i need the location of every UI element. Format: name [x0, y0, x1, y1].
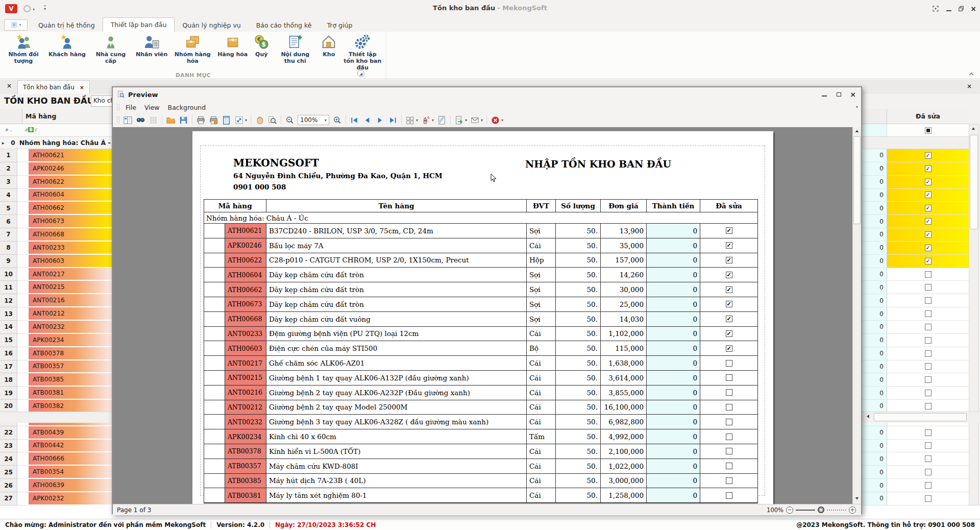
da-sua-checkbox[interactable]	[925, 469, 932, 475]
ma-hang-cell[interactable]: ATB00439	[29, 426, 112, 440]
da-sua-checkbox[interactable]	[925, 350, 932, 357]
da-sua-checkbox[interactable]	[925, 191, 932, 198]
scrollbar-thumb[interactable]	[853, 136, 861, 224]
ma-hang-cell[interactable]: APK00246	[29, 162, 112, 176]
ribbon-button-nha-cung-cap[interactable]: Nhà cung cấp	[88, 33, 133, 65]
right-grid-row[interactable]: 0	[862, 281, 969, 294]
da-sua-checkbox[interactable]	[925, 310, 932, 317]
ma-hang-cell[interactable]: ATB00378	[29, 347, 112, 360]
tab-quan-ly-nghiep-vu[interactable]: Quản lý nghiệp vụ	[175, 18, 248, 32]
left-grid-row[interactable]: 7 ATH00668	[0, 228, 112, 242]
da-sua-cell[interactable]	[887, 426, 969, 440]
da-sua-checkbox[interactable]	[925, 324, 932, 330]
vertical-scrollbar[interactable]	[969, 124, 979, 505]
da-sua-checkbox[interactable]	[925, 271, 932, 278]
scroll-up-icon[interactable]	[970, 126, 977, 133]
da-sua-checkbox[interactable]	[925, 429, 932, 436]
da-sua-cell[interactable]	[887, 347, 969, 360]
right-grid-row[interactable]: 0	[862, 360, 969, 374]
ma-hang-cell[interactable]: ATB00354	[29, 466, 112, 479]
ma-hang-cell[interactable]: ATB00385	[29, 373, 112, 387]
left-grid-row[interactable]: 4 ATH00604	[0, 189, 112, 202]
right-grid-row[interactable]: 0	[862, 466, 969, 479]
da-sua-cell[interactable]	[887, 294, 969, 307]
preview-document-area[interactable]: MEKONGSOFT 64 Nguyễn Đình Chiểu, Phường …	[113, 127, 861, 504]
right-grid-row[interactable]: 0	[862, 387, 969, 400]
right-grid-row[interactable]: 0	[862, 373, 969, 387]
da-sua-checkbox[interactable]	[925, 403, 932, 409]
preview-minimize-button[interactable]	[819, 90, 829, 99]
da-sua-checkbox[interactable]	[925, 376, 932, 383]
fullscreen-button[interactable]	[931, 4, 940, 13]
zoom-in-button[interactable]: +	[849, 507, 856, 514]
right-grid-row[interactable]: 0	[862, 334, 969, 347]
preview-maximize-button[interactable]	[834, 90, 844, 99]
menu-overflow-icon[interactable]: ▾	[856, 105, 858, 109]
ma-hang-cell[interactable]: ATH00622	[29, 176, 112, 189]
ribbon-collapse-button[interactable]	[968, 70, 977, 78]
left-grid-row[interactable]: 19 ATB00381	[0, 387, 112, 400]
menu-file[interactable]: File	[121, 103, 140, 112]
right-grid-row[interactable]: 0	[862, 347, 969, 360]
zoom-slider-thumb[interactable]	[818, 507, 824, 513]
right-grid-row[interactable]: 0	[862, 228, 969, 242]
left-grid-row[interactable]: 12 ANT00216	[0, 294, 112, 307]
scrollbar-thumb[interactable]	[970, 135, 978, 229]
ribbon-button-nhom-doi-tuong[interactable]: Nhóm đối tượng	[1, 33, 46, 65]
da-sua-checkbox[interactable]	[925, 482, 932, 489]
ma-hang-cell[interactable]: ATH00603	[29, 255, 112, 268]
ribbon-button-kho[interactable]: Kho	[317, 33, 340, 59]
da-sua-cell[interactable]	[887, 360, 969, 374]
left-grid-row[interactable]: 2 APK00246	[0, 162, 112, 176]
da-sua-checkbox[interactable]	[925, 258, 932, 264]
da-sua-checkbox[interactable]	[925, 245, 932, 251]
preview-vertical-scrollbar[interactable]	[852, 127, 861, 504]
right-grid-row[interactable]: 0	[862, 452, 969, 466]
right-grid-row[interactable]: 0	[862, 149, 969, 162]
left-grid-row[interactable]: 20 ATB00382	[0, 400, 112, 413]
ma-hang-cell[interactable]: APK00232	[29, 492, 112, 505]
da-sua-cell[interactable]	[887, 242, 969, 255]
checkbox-filter-icon[interactable]	[925, 127, 932, 134]
ribbon-button-noi-dung-thu-chi[interactable]: Nội dung thu chi	[273, 33, 317, 65]
left-grid-row[interactable]: 22 ATB00439	[0, 426, 112, 440]
right-grid-row[interactable]: 0	[862, 215, 969, 228]
column-header-thanh-tien-partial[interactable]	[862, 109, 887, 124]
right-grid-row[interactable]: 0	[862, 492, 969, 505]
menu-background[interactable]: Background	[164, 103, 210, 112]
preview-title-bar[interactable]: Preview ×	[113, 87, 861, 102]
da-sua-checkbox[interactable]	[925, 455, 932, 462]
ma-hang-cell[interactable]: ATB00442	[29, 440, 112, 453]
group-row[interactable]: 0 Nhóm hàng hóa: Châu Á - Ú	[0, 137, 112, 149]
left-grid-row[interactable]: 24 ATH00666	[0, 452, 112, 466]
column-header-da-sua[interactable]: Đã sửa	[887, 109, 969, 124]
left-grid-row[interactable]: 23 ATB00442	[0, 440, 112, 453]
ribbon-button-hang-hoa[interactable]: Hàng hóa	[215, 33, 250, 59]
tab-strip-close-button[interactable]: ×	[4, 82, 14, 91]
left-grid-row[interactable]: 17 ATB00357	[0, 360, 112, 374]
left-grid-row[interactable]: 18 ATB00385	[0, 373, 112, 387]
right-grid-row[interactable]: 0	[862, 400, 969, 413]
tab-bao-cao-thong-ke[interactable]: Báo cáo thống kê	[249, 18, 320, 32]
ma-hang-cell[interactable]: ATH00673	[29, 215, 112, 228]
da-sua-cell[interactable]	[887, 215, 969, 228]
left-grid-row[interactable]: 5 ATH00662	[0, 202, 112, 215]
tab-close-icon[interactable]: ×	[80, 85, 84, 90]
menu-view[interactable]: View	[140, 103, 164, 112]
da-sua-cell[interactable]	[887, 479, 969, 492]
da-sua-cell[interactable]	[887, 387, 969, 400]
left-grid-row[interactable]: 14 ANT00232	[0, 321, 112, 334]
right-grid-row[interactable]: 0	[862, 242, 969, 255]
ma-hang-cell[interactable]: ATH00604	[29, 189, 112, 202]
da-sua-cell[interactable]	[887, 255, 969, 268]
da-sua-cell[interactable]	[887, 321, 969, 334]
da-sua-checkbox[interactable]	[925, 337, 932, 344]
da-sua-cell[interactable]	[887, 307, 969, 321]
ribbon-button-nhan-vien[interactable]: Nhân viên	[133, 33, 170, 59]
left-grid-row[interactable]: 6 ATH00673	[0, 215, 112, 228]
left-grid-row[interactable]: 9 ATH00603	[0, 255, 112, 268]
left-grid-row[interactable]: 11 ANT00215	[0, 281, 112, 294]
right-grid-row[interactable]: 0	[862, 268, 969, 281]
left-grid-row[interactable]: 16 ATB00378	[0, 347, 112, 360]
da-sua-cell[interactable]	[887, 400, 969, 413]
